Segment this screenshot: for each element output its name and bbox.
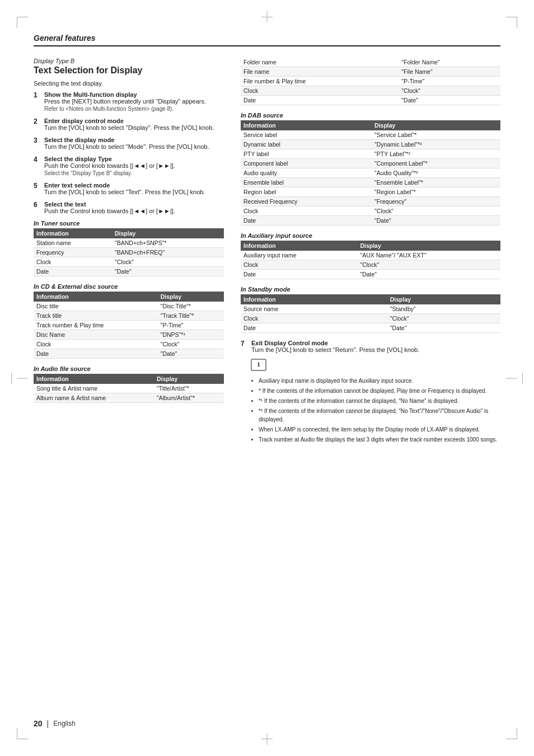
table-cell-display: "AUX Name"/ "AUX EXT" xyxy=(357,251,500,260)
dab-source-table: Information Display Service label"Servic… xyxy=(241,120,500,226)
dab-source-section: In DAB source Information Display Servic… xyxy=(241,112,500,226)
right-column: Folder name"Folder Name"File name"File N… xyxy=(241,58,500,445)
step-6: 6 Select the text Push the Control knob … xyxy=(34,201,224,214)
table-cell-info: Track title xyxy=(34,311,158,321)
table-row: Clock"Clock" xyxy=(34,340,224,349)
table-row: File name"File Name" xyxy=(241,67,500,77)
table-row: Region label"Region Label"* xyxy=(241,187,500,197)
table-cell-display: "Date" xyxy=(158,349,224,359)
table-cell-display: "Track Title"* xyxy=(158,311,224,321)
step-7-sub: Turn the [VOL] knob to select "Return". … xyxy=(251,346,500,353)
table-row: PTY label"PTY Label"*² xyxy=(241,149,500,159)
table-row: Track number & Play time"P-Time" xyxy=(34,321,224,330)
table-cell-info: Received Frequency xyxy=(241,197,372,206)
table-cell-display: "Dynamic Label"*² xyxy=(372,140,500,149)
tuner-source-table: Information Display Station name"BAND+ch… xyxy=(34,228,224,276)
note-icon: ℹ xyxy=(251,359,266,371)
table-row: Disc title"Disc Title"* xyxy=(34,302,224,311)
table-row: Date"Date" xyxy=(34,267,224,276)
step-6-num: 6 xyxy=(34,201,41,214)
table-row: Folder name"Folder Name" xyxy=(241,58,500,67)
table-cell-display: "Date" xyxy=(112,267,224,276)
aux-col-info: Information xyxy=(241,241,357,251)
folder-source-section: Folder name"Folder Name"File name"File N… xyxy=(241,58,500,105)
table-cell-info: Station name xyxy=(34,238,112,248)
step-4-sub: Push the Control knob towards [|◄◄] or [… xyxy=(44,162,224,169)
step-1-heading: Show the Multi-function display xyxy=(44,91,224,98)
page-number-area: 20 | English xyxy=(34,719,76,728)
step-2-sub: Turn the [VOL] knob to select "Display".… xyxy=(44,124,224,131)
table-cell-info: Date xyxy=(241,270,357,279)
table-cell-display: "Standby" xyxy=(387,304,500,314)
table-cell-info: Track number & Play time xyxy=(34,321,158,330)
cd-col-info: Information xyxy=(34,292,158,302)
cd-source-table: Information Display Disc title"Disc Titl… xyxy=(34,292,224,359)
table-cell-info: Disc Name xyxy=(34,330,158,340)
step-5-heading: Enter text select mode xyxy=(44,182,224,189)
aux-source-table: Information Display Auxiliary input name… xyxy=(241,241,500,279)
table-row: Date"Date" xyxy=(241,270,500,279)
table-cell-display: "Date" xyxy=(387,323,500,333)
step-3-num: 3 xyxy=(34,137,41,150)
step-6-heading: Select the text xyxy=(44,201,224,208)
table-cell-display: "Album/Artist"* xyxy=(154,393,224,403)
folder-source-table: Folder name"Folder Name"File name"File N… xyxy=(241,58,500,105)
step-1-sub: Press the [NEXT] button repeatedly until… xyxy=(44,98,224,105)
page-header: General features xyxy=(34,34,500,46)
table-row: Component label"Component Label"* xyxy=(241,159,500,168)
table-cell-display: "P-Time" xyxy=(158,321,224,330)
table-cell-info: Album name & Artist name xyxy=(34,393,154,403)
step-1-num: 1 xyxy=(34,91,41,112)
list-item: *¹ If the contents of the information ca… xyxy=(259,397,500,405)
dab-source-title: In DAB source xyxy=(241,112,500,119)
table-cell-info: PTY label xyxy=(241,149,372,159)
table-cell-info: Clock xyxy=(241,206,372,216)
table-cell-info: Ensemble label xyxy=(241,178,372,187)
step-4: 4 Select the display Type Push the Contr… xyxy=(34,156,224,176)
step-5: 5 Enter text select mode Turn the [VOL] … xyxy=(34,182,224,195)
table-row: Dynamic label"Dynamic Label"*² xyxy=(241,140,500,149)
step-1-note: Refer to <Notes on Multi-function System… xyxy=(44,106,224,112)
table-cell-display: "Service Label"* xyxy=(372,130,500,140)
table-cell-display: "Date" xyxy=(357,270,500,279)
table-cell-info: Clock xyxy=(34,257,112,267)
table-cell-info: Region label xyxy=(241,187,372,197)
cd-source-title: In CD & External disc source xyxy=(34,283,224,290)
table-cell-display: "Component Label"* xyxy=(372,159,500,168)
table-cell-info: Song title & Artist name xyxy=(34,384,154,393)
step-7-heading: Exit Display Control mode xyxy=(251,340,500,346)
table-row: Song title & Artist name"Title/Artist"* xyxy=(34,384,224,393)
cd-col-display: Display xyxy=(158,292,224,302)
table-cell-display: "P-Time" xyxy=(399,77,500,86)
aux-col-display: Display xyxy=(357,241,500,251)
table-cell-info: Component label xyxy=(241,159,372,168)
standby-col-display: Display xyxy=(387,294,500,304)
table-cell-display: "Audio Quality"*² xyxy=(372,168,500,178)
tuner-col-display: Display xyxy=(112,228,224,238)
table-row: Ensemble label"Ensemble Label"* xyxy=(241,178,500,187)
table-cell-display: "Frequency" xyxy=(372,197,500,206)
table-cell-info: Clock xyxy=(241,86,399,96)
table-cell-display: "Clock" xyxy=(158,340,224,349)
step-5-num: 5 xyxy=(34,182,41,195)
table-row: Clock"Clock" xyxy=(241,314,500,323)
standby-source-section: In Standby mode Information Display Sour… xyxy=(241,286,500,333)
list-item: Track number at Audio file displays the … xyxy=(259,435,500,444)
step-2-num: 2 xyxy=(34,118,41,131)
table-row: Clock"Clock" xyxy=(34,257,224,267)
aux-source-section: In Auxiliary input source Information Di… xyxy=(241,232,500,279)
step-4-num: 4 xyxy=(34,156,41,176)
table-cell-info: Folder name xyxy=(241,58,399,67)
display-type-label: Display Type B xyxy=(34,58,224,64)
step-4-note: Select the "Display Type B" display. xyxy=(44,170,224,176)
table-row: File number & Play time"P-Time" xyxy=(241,77,500,86)
table-cell-display: "DNPS"*¹ xyxy=(158,330,224,340)
page-title: General features xyxy=(34,34,96,43)
standby-source-table: Information Display Source name"Standby"… xyxy=(241,294,500,333)
table-cell-display: "PTY Label"*² xyxy=(372,149,500,159)
tuner-col-info: Information xyxy=(34,228,112,238)
page-language: English xyxy=(53,720,75,727)
table-cell-display: "BAND+ch+SNPS"* xyxy=(112,238,224,248)
list-item: * If the contents of the information can… xyxy=(259,387,500,395)
step-3-heading: Select the display mode xyxy=(44,137,224,143)
